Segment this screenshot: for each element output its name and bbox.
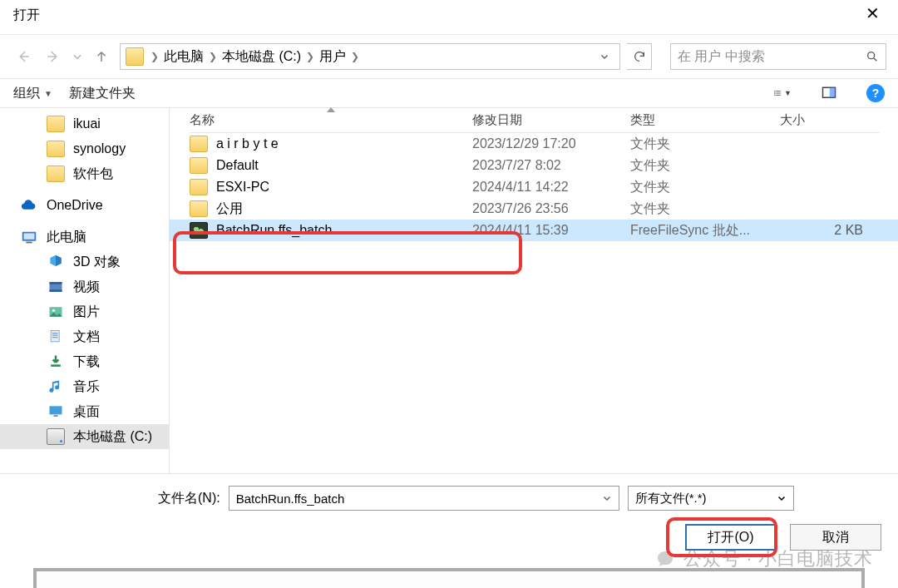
table-row[interactable]: ESXI-PC2024/4/11 14:22文件夹 <box>170 176 898 198</box>
sidebar-item-label: 软件包 <box>73 166 113 183</box>
sidebar-item-music[interactable]: 音乐 <box>0 374 169 399</box>
chevron-down-icon[interactable] <box>602 493 612 503</box>
video-icon <box>47 279 65 295</box>
hdd-icon <box>47 428 65 445</box>
sidebar-item-label: 桌面 <box>73 403 100 421</box>
sidebar-item-packages[interactable]: 软件包 <box>0 161 169 186</box>
sidebar-item-local-disk-c[interactable]: 本地磁盘 (C:) <box>0 424 169 449</box>
svg-rect-14 <box>50 289 62 292</box>
file-name: 公用 <box>216 200 243 218</box>
column-headers: 名称 修改日期 类型 大小 <box>170 108 898 133</box>
folder-icon <box>47 141 65 157</box>
svg-rect-3 <box>774 95 775 96</box>
file-list[interactable]: a i r b y t e2023/12/29 17:20文件夹Default2… <box>170 133 898 241</box>
svg-rect-23 <box>54 415 58 417</box>
preview-pane-icon <box>820 86 838 101</box>
sidebar-item-label: synology <box>73 141 126 156</box>
sidebar-item-this-pc[interactable]: 此电脑 <box>0 225 169 250</box>
svg-rect-1 <box>774 91 775 91</box>
sidebar-item-synology[interactable]: synology <box>0 136 169 161</box>
svg-rect-2 <box>774 92 775 93</box>
folder-icon <box>47 166 65 182</box>
forward-button[interactable] <box>42 45 65 68</box>
computer-icon <box>20 229 38 245</box>
refresh-icon <box>633 50 646 63</box>
sidebar-item-label: ikuai <box>73 116 101 131</box>
sidebar-item-downloads[interactable]: 下载 <box>0 349 169 374</box>
file-date: 2023/12/29 17:20 <box>472 136 630 151</box>
recent-dropdown[interactable] <box>72 45 83 68</box>
folder-icon <box>190 136 208 152</box>
table-row[interactable]: a i r b y t e2023/12/29 17:20文件夹 <box>170 133 898 155</box>
sidebar-item-onedrive[interactable]: OneDrive <box>0 193 169 218</box>
sidebar-item-label: 本地磁盘 (C:) <box>73 428 152 446</box>
chevron-down-icon <box>72 49 83 64</box>
filetype-filter[interactable]: 所有文件(*.*) <box>628 486 794 511</box>
sidebar-item-label: 3D 对象 <box>73 254 121 271</box>
sidebar-item-label: OneDrive <box>47 198 103 213</box>
svg-rect-17 <box>51 331 59 342</box>
file-name: ESXI-PC <box>216 180 269 195</box>
table-row[interactable]: Default2023/7/27 8:02文件夹 <box>170 155 898 176</box>
new-folder-button[interactable]: 新建文件夹 <box>69 85 136 102</box>
sidebar-item-video[interactable]: 视频 <box>0 274 169 299</box>
sidebar-item-desktop[interactable]: 桌面 <box>0 399 169 424</box>
chevron-right-icon: ❯ <box>349 51 361 62</box>
search-icon <box>866 50 879 63</box>
view-options[interactable]: ▼ <box>773 85 792 101</box>
address-bar[interactable]: ❯ 此电脑 ❯ 本地磁盘 (C:) ❯ 用户 ❯ <box>120 43 620 70</box>
up-button[interactable] <box>90 45 113 68</box>
dialog-title: 打开 <box>13 3 40 24</box>
list-view-icon <box>773 85 782 101</box>
svg-rect-22 <box>50 406 62 414</box>
refresh-button[interactable] <box>627 43 652 70</box>
svg-rect-10 <box>24 234 35 240</box>
sidebar-item-ikuai[interactable]: ikuai <box>0 111 169 136</box>
sort-asc-icon <box>327 107 335 112</box>
preview-pane-toggle[interactable] <box>820 85 838 101</box>
folder-icon <box>190 200 208 217</box>
chevron-down-icon: ▼ <box>44 89 52 98</box>
back-button[interactable] <box>12 45 35 68</box>
filename-input[interactable]: BatchRun.ffs_batch <box>229 486 619 511</box>
file-date: 2024/4/11 14:22 <box>472 180 630 195</box>
sidebar-item-pictures[interactable]: 图片 <box>0 299 169 324</box>
new-folder-label: 新建文件夹 <box>69 85 136 102</box>
help-button[interactable]: ? <box>866 84 885 102</box>
cancel-button[interactable]: 取消 <box>790 524 881 551</box>
breadcrumb-segment[interactable]: 本地磁盘 (C:) <box>219 48 304 66</box>
file-name: a i r b y t e <box>216 136 279 151</box>
search-box[interactable]: 在 用户 中搜索 <box>670 43 886 70</box>
organize-menu[interactable]: 组织 ▼ <box>13 85 52 102</box>
sidebar: ikuai synology 软件包 OneDrive 此电脑 3D 对象 视频… <box>0 108 170 473</box>
col-name[interactable]: 名称 <box>190 108 472 133</box>
sidebar-item-label: 此电脑 <box>47 229 86 246</box>
close-button[interactable]: ✕ <box>856 2 890 25</box>
col-type[interactable]: 类型 <box>630 108 780 133</box>
navbar: ❯ 此电脑 ❯ 本地磁盘 (C:) ❯ 用户 ❯ 在 用户 中搜索 <box>0 35 898 79</box>
sidebar-item-label: 音乐 <box>73 378 100 396</box>
chevron-right-icon: ❯ <box>207 51 219 62</box>
svg-rect-5 <box>776 93 780 94</box>
col-date[interactable]: 修改日期 <box>472 108 630 133</box>
svg-point-0 <box>868 52 875 59</box>
sidebar-item-label: 文档 <box>73 329 100 346</box>
sidebar-item-3d[interactable]: 3D 对象 <box>0 250 169 274</box>
table-row[interactable]: 公用2023/7/26 23:56文件夹 <box>170 198 898 220</box>
sidebar-item-documents[interactable]: 文档 <box>0 324 169 349</box>
breadcrumb-segment[interactable]: 此电脑 <box>160 48 207 66</box>
sidebar-item-label: 下载 <box>73 353 100 371</box>
table-row[interactable]: BatchRun.ffs_batch2024/4/11 15:39FreeFil… <box>170 220 898 241</box>
desktop-icon <box>47 403 65 420</box>
svg-rect-8 <box>830 87 836 97</box>
arrow-left-icon <box>16 49 31 64</box>
open-button[interactable]: 打开(O) <box>685 524 777 551</box>
breadcrumb-segment[interactable]: 用户 <box>316 48 349 66</box>
filename-label: 文件名(N): <box>158 490 220 507</box>
chevron-down-icon[interactable] <box>777 493 787 503</box>
sidebar-item-label: 图片 <box>73 304 100 321</box>
address-dropdown[interactable] <box>595 52 614 62</box>
col-size[interactable]: 大小 <box>780 108 880 133</box>
onedrive-icon <box>20 197 38 214</box>
pictures-icon <box>47 304 65 320</box>
